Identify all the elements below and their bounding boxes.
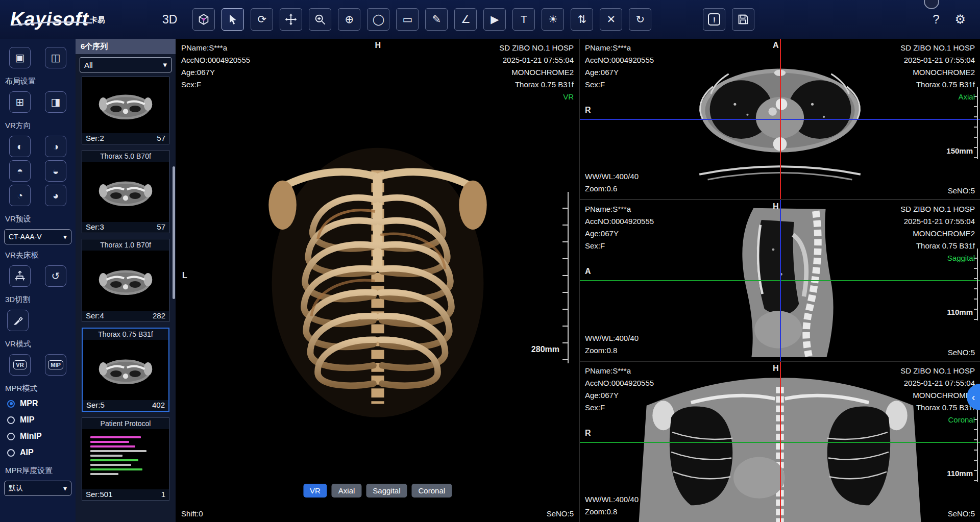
view-mode-label: VR: [499, 91, 574, 103]
mpr-thickness-select[interactable]: 默认 ▾: [4, 481, 71, 496]
study-info-overlay: SD ZIBO NO.1 HOSP 2025-01-21 07:55:04 MO…: [900, 365, 975, 426]
restore-bed-button[interactable]: ↺: [45, 265, 66, 287]
series-filter-select[interactable]: All ▾: [80, 57, 172, 72]
layout-right-panel-button[interactable]: ◨: [45, 91, 66, 113]
mpr-thickness-value: 默认: [9, 484, 23, 493]
coronal-viewport[interactable]: PName:S***a AccNO:0004920555 Age:067Y Se…: [580, 362, 980, 522]
vr-direction-row-2: ◓ ◒: [0, 160, 76, 182]
study-datetime: 2025-01-21 07:55:04: [900, 54, 975, 66]
series-title: Patient Protocol: [82, 418, 169, 429]
topbar-right: ? ⚙: [933, 12, 980, 27]
vr-orient-right-button[interactable]: ◒: [45, 160, 66, 182]
axial-vertical-crosshair[interactable]: [780, 39, 781, 199]
view-button-coronal[interactable]: Coronal: [412, 484, 452, 498]
saggital-viewport[interactable]: PName:S***a AccNO:0004920555 Age:067Y Se…: [580, 200, 980, 361]
vr-scale-label: 280mm: [531, 345, 559, 354]
series-thumbnail: [82, 251, 169, 311]
series-item-ser4[interactable]: Thorax 1.0 B70f Ser:4 282: [82, 239, 169, 322]
patient-sex: Sex:F: [585, 79, 654, 91]
patient-age: Age:067Y: [585, 66, 654, 79]
zoom-in-button[interactable]: [309, 8, 331, 31]
layout-grid-button[interactable]: ▣: [9, 47, 31, 68]
patient-accno: AccNO:0004920555: [585, 377, 654, 389]
series-title: Thorax 5.0 B70f: [82, 151, 169, 162]
mpr-mode-radio-aip[interactable]: AIP: [0, 444, 76, 461]
reset-view-button[interactable]: ↻: [629, 8, 651, 31]
patient-name: PName:S***a: [585, 42, 654, 54]
main-content: ▣ ◫ 布局设置 ⊞ ◨ VR方向 ◐ ◑ ◓ ◒ ◔ ◕ VR预设: [0, 39, 980, 522]
clear-annotations-button[interactable]: ✕: [600, 8, 622, 31]
app-logo: Kayisoft卡易: [0, 9, 153, 30]
cine-play-button[interactable]: ▶: [483, 8, 506, 31]
layout-split-button[interactable]: ◫: [45, 47, 66, 68]
brightness-button[interactable]: ☀: [542, 8, 564, 31]
patient-name: PName:S***a: [585, 365, 654, 377]
series-scrollbar[interactable]: [173, 166, 175, 299]
mpr-mode-radio-minip[interactable]: MinIP: [0, 428, 76, 444]
settings-gear-button[interactable]: ⚙: [954, 12, 966, 27]
radio-label: MinIP: [20, 432, 42, 441]
scalpel-cut-button[interactable]: [7, 310, 29, 331]
volume-render-button[interactable]: [192, 8, 215, 31]
pan-icon: [285, 13, 297, 26]
series-item-ser5-selected[interactable]: Thorax 0.75 B31f Ser:5 402: [82, 328, 169, 412]
orientation-left: L: [182, 271, 187, 280]
layout-icons-row-1: ▣ ◫: [0, 47, 76, 68]
vr-mode-label: VR模式: [0, 334, 76, 351]
patient-name: PName:S***a: [585, 203, 654, 215]
view-button-axial[interactable]: Axial: [332, 484, 362, 498]
window-level-button[interactable]: ⇅: [571, 8, 593, 31]
crosshair-button[interactable]: ⊕: [338, 8, 360, 31]
vr-orient-top-button[interactable]: ◔: [9, 185, 31, 206]
pan-button[interactable]: [280, 8, 302, 31]
user-avatar[interactable]: [924, 0, 939, 9]
mpr-mode-label: MPR模式: [0, 379, 76, 395]
rotate-3d-button[interactable]: ⟳: [251, 8, 273, 31]
mpr-mode-radio-mpr[interactable]: MPR: [0, 395, 76, 412]
rectangle-roi-button[interactable]: ▭: [396, 8, 419, 31]
series-item-ser2[interactable]: Ser:2 57: [82, 77, 169, 144]
series-item-ser501[interactable]: Patient Protocol: [82, 417, 169, 501]
study-info-overlay: SD ZIBO NO.1 HOSP 2025-01-21 07:55:04 MO…: [900, 203, 975, 264]
angle-measure-button[interactable]: ∠: [454, 8, 477, 31]
ellipse-roi-button[interactable]: ◯: [367, 8, 389, 31]
vr-orient-left-button[interactable]: ◓: [9, 160, 31, 182]
mpr-mode-radio-mip[interactable]: MIP: [0, 412, 76, 428]
report-button[interactable]: !: [703, 8, 725, 31]
vr-viewport[interactable]: PName:S***a AccNO:0004920555 Age:067Y Se…: [176, 39, 580, 522]
remove-bed-icon: [14, 270, 26, 282]
toolbar-buttons: ⟳ ⊕ ◯ ▭ ✎ ∠ ▶ T ☀ ⇅ ✕ ↻: [192, 8, 754, 31]
remove-bed-button[interactable]: [9, 265, 31, 287]
vr-preset-select[interactable]: CT-AAA-V ▾: [4, 229, 71, 244]
series-no-indicator: SeNO:5: [948, 348, 975, 357]
vr-orient-back-button[interactable]: ◑: [45, 136, 66, 157]
help-button[interactable]: ?: [933, 12, 939, 27]
cursor-select-button[interactable]: [222, 8, 244, 31]
text-annotation-button[interactable]: T: [512, 8, 535, 31]
axial-viewport[interactable]: PName:S***a AccNO:0004920555 Age:067Y Se…: [580, 39, 980, 200]
head-front-icon: ◐: [17, 141, 23, 153]
view-button-vr[interactable]: VR: [303, 484, 327, 498]
mpr-column: PName:S***a AccNO:0004920555 Age:067Y Se…: [580, 39, 980, 522]
layout-2x2-button[interactable]: ⊞: [9, 91, 31, 113]
protocol-text-preview: [87, 432, 164, 486]
vr-orient-front-button[interactable]: ◐: [9, 136, 31, 157]
vr-mode-mip-button[interactable]: MIP: [45, 354, 66, 376]
vr-orient-bottom-button[interactable]: ◕: [45, 185, 66, 206]
play-icon: ▶: [491, 13, 499, 26]
saggital-vertical-crosshair[interactable]: [780, 200, 781, 360]
series-description: Thorax 0.75 B31f: [499, 79, 574, 91]
cut-3d-label: 3D切割: [0, 290, 76, 307]
vr-mode-vr-button[interactable]: VR: [9, 354, 31, 376]
series-item-ser3[interactable]: Thorax 5.0 B70f Ser:3 57: [82, 150, 169, 233]
top-toolbar: Kayisoft卡易 3D ⟳: [0, 0, 980, 39]
scale-label: 110mm: [947, 469, 973, 478]
coronal-vertical-crosshair[interactable]: [780, 362, 781, 522]
view-button-saggital[interactable]: Saggital: [366, 484, 407, 498]
zoom-indicator: Zoom:0.6: [585, 183, 617, 195]
photometric: MONOCHROME2: [900, 389, 975, 402]
save-button[interactable]: [732, 8, 754, 31]
series-description: Thorax 0.75 B31f: [900, 240, 975, 252]
study-info-overlay: SD ZIBO NO.1 HOSP 2025-01-21 07:55:04 MO…: [499, 42, 574, 103]
measure-line-button[interactable]: ✎: [425, 8, 448, 31]
